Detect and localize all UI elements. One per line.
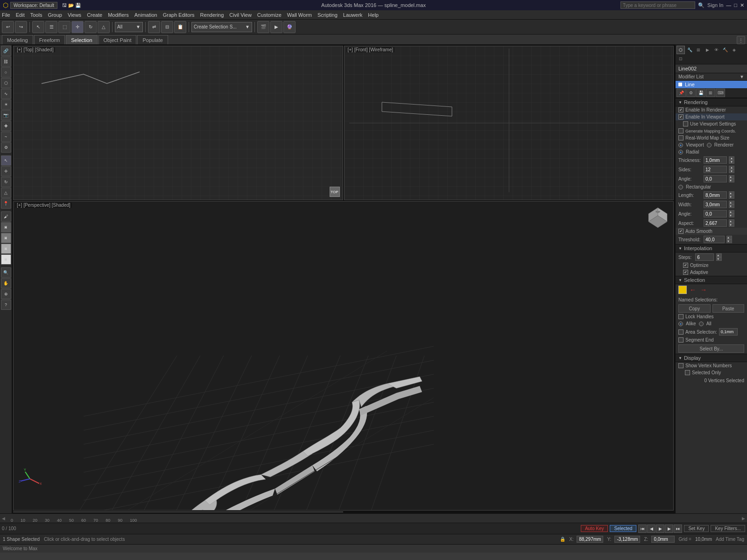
menu-wall-worm[interactable]: Wall Worm — [287, 12, 312, 18]
sides-value[interactable]: 12 — [704, 166, 727, 173]
sides-down[interactable]: ▼ — [729, 169, 734, 173]
viewport-perspective[interactable]: [+] [Perspective] [Shaded] — [13, 201, 674, 511]
width-value[interactable]: 3,0mm — [704, 201, 727, 208]
enable-in-viewport-checkbox[interactable] — [678, 114, 684, 119]
sides-up[interactable]: ▲ — [729, 166, 734, 169]
tab-selection[interactable]: Selection — [66, 35, 97, 44]
select-by-name-button[interactable]: ☰ — [45, 21, 57, 33]
lock-icon[interactable]: 🔒 — [560, 537, 565, 542]
camera-tool[interactable]: 📷 — [1, 110, 11, 120]
panel-motion-icon[interactable]: ▶ — [703, 46, 712, 54]
aspect-up[interactable]: ▲ — [729, 219, 734, 223]
generate-mapping-coords-checkbox[interactable] — [678, 128, 684, 133]
panel-hierarchy-icon[interactable]: ⊞ — [694, 46, 703, 54]
angle-spinner[interactable]: ▲ ▼ — [729, 175, 734, 182]
angle-up[interactable]: ▲ — [729, 175, 734, 179]
angle2-up[interactable]: ▲ — [729, 210, 734, 214]
coord-y-value[interactable]: -3,128mm — [614, 536, 640, 543]
tab-object-paint[interactable]: Object Paint — [99, 35, 137, 44]
segment-end-checkbox[interactable] — [678, 337, 684, 343]
coord-z-value[interactable]: 0,0mm — [651, 536, 675, 543]
panel-display-icon[interactable]: 👁 — [712, 46, 720, 54]
lock-handles-checkbox[interactable] — [678, 314, 684, 319]
render-button[interactable]: ▶ — [270, 21, 282, 33]
tab-modeling[interactable]: Modeling — [2, 35, 33, 44]
width-down[interactable]: ▼ — [729, 204, 734, 208]
render-setup-button[interactable]: 🎬 — [257, 21, 269, 33]
threshold-value[interactable]: 40,0 — [704, 236, 725, 243]
tab-freeform[interactable]: Freeform — [34, 35, 65, 44]
steps-value[interactable]: 6 — [695, 253, 714, 261]
enable-in-renderer-checkbox[interactable] — [678, 107, 684, 112]
bind-tool[interactable]: ○ — [1, 67, 11, 77]
next-frame-button[interactable]: ▶ — [665, 525, 673, 533]
menu-help[interactable]: Help — [368, 12, 379, 18]
rendering-section-header[interactable]: ▼ Rendering — [676, 98, 747, 106]
panel-modify-icon[interactable]: 🔧 — [685, 46, 694, 54]
geometry-tool[interactable]: ⬡ — [1, 78, 11, 88]
show-vertex-numbers-checkbox[interactable] — [678, 363, 684, 368]
shape-tool[interactable]: ∿ — [1, 89, 11, 99]
material-editor-button[interactable]: 🔮 — [283, 21, 296, 33]
scale-button[interactable]: △ — [98, 21, 110, 33]
menu-tools[interactable]: Tools — [30, 12, 42, 18]
color4-swatch[interactable]: ▣ — [1, 254, 11, 265]
aspect-spinner[interactable]: ▲ ▼ — [729, 219, 734, 227]
time-value[interactable]: 0 / 100 — [2, 526, 16, 531]
menu-views[interactable]: Views — [68, 12, 81, 18]
auto-key-button[interactable]: Auto Key — [581, 525, 608, 532]
go-start-button[interactable]: ⏮ — [638, 525, 647, 533]
thickness-up[interactable]: ▲ — [729, 156, 734, 160]
area-selection-checkbox[interactable] — [678, 329, 684, 335]
color3-swatch[interactable]: ▣ — [1, 244, 11, 254]
area-selection-value[interactable]: 0,1mm — [719, 328, 738, 336]
menu-scripting[interactable]: Scripting — [317, 12, 338, 18]
light-tool[interactable]: ☀ — [1, 99, 11, 110]
search-input[interactable] — [620, 1, 695, 9]
panel-extra1-icon[interactable]: ◈ — [730, 46, 738, 54]
keyboard-button[interactable]: ⌨ — [716, 89, 725, 97]
key-filters-button[interactable]: Key Filters... — [711, 525, 745, 532]
interpolation-section-header[interactable]: ▼ Interpolation — [676, 244, 747, 252]
viewport-dropdown[interactable]: All▼ — [115, 22, 143, 32]
menu-create[interactable]: Create — [87, 12, 102, 18]
unlink-tool[interactable]: ⛓ — [1, 56, 11, 67]
create-selection-dropdown[interactable]: Create Selection S...▼ — [191, 22, 252, 32]
mirror-button[interactable]: ⇌ — [148, 21, 160, 33]
length-down[interactable]: ▼ — [729, 195, 734, 199]
threshold-spinner[interactable]: ▲ ▼ — [726, 236, 732, 243]
maximize-button[interactable]: □ — [734, 2, 737, 8]
workspace-selector[interactable]: Workspace: Default — [10, 2, 57, 9]
set-key-button[interactable]: Set Key — [684, 525, 709, 532]
viewport-left[interactable]: [+] [Left] [Wireframe] LEFT — [13, 511, 343, 512]
thickness-down[interactable]: ▼ — [729, 160, 734, 164]
viewport-gizmo[interactable]: TOP — [646, 205, 669, 229]
timeline[interactable]: ◀ 0 10 20 30 40 50 60 70 80 90 100 ▶ — [0, 513, 747, 523]
all-radio[interactable] — [699, 322, 704, 326]
radial-radio[interactable] — [678, 150, 683, 154]
threshold-up[interactable]: ▲ — [726, 236, 732, 239]
width-spinner[interactable]: ▲ ▼ — [729, 201, 734, 208]
link-tool[interactable]: 🔗 — [1, 46, 11, 56]
menu-lauwerk[interactable]: Lauwerk — [343, 12, 363, 18]
spacewarp-tool[interactable]: ~ — [1, 132, 11, 142]
auto-smooth-checkbox[interactable] — [678, 229, 684, 234]
length-value[interactable]: 8,0mm — [704, 191, 727, 199]
optimize-checkbox[interactable] — [683, 263, 688, 268]
menu-animation[interactable]: Animation — [134, 12, 157, 18]
select-object-button[interactable]: ↖ — [32, 21, 44, 33]
help-tool[interactable]: ? — [1, 300, 11, 310]
sel-yellow-box[interactable] — [678, 286, 687, 294]
selected-only-checkbox[interactable] — [685, 370, 690, 375]
move-tool[interactable]: ✛ — [1, 166, 11, 176]
alike-radio[interactable] — [678, 322, 683, 326]
menu-file[interactable]: File — [2, 12, 10, 18]
menu-civil-view[interactable]: Civil View — [229, 12, 251, 18]
timeline-track[interactable]: 0 10 20 30 40 50 60 70 80 90 100 — [7, 514, 742, 523]
panel-utilities-icon[interactable]: 🔨 — [721, 46, 729, 54]
viewport-front[interactable]: [+] [Front] [Wireframe] — [344, 46, 674, 200]
color1-swatch[interactable]: ▣ — [1, 222, 11, 232]
scale-tool[interactable]: △ — [1, 188, 11, 198]
modifier-list-dropdown[interactable]: ▼ — [740, 74, 744, 79]
tab-menu-button[interactable]: ⋮ — [737, 36, 745, 44]
